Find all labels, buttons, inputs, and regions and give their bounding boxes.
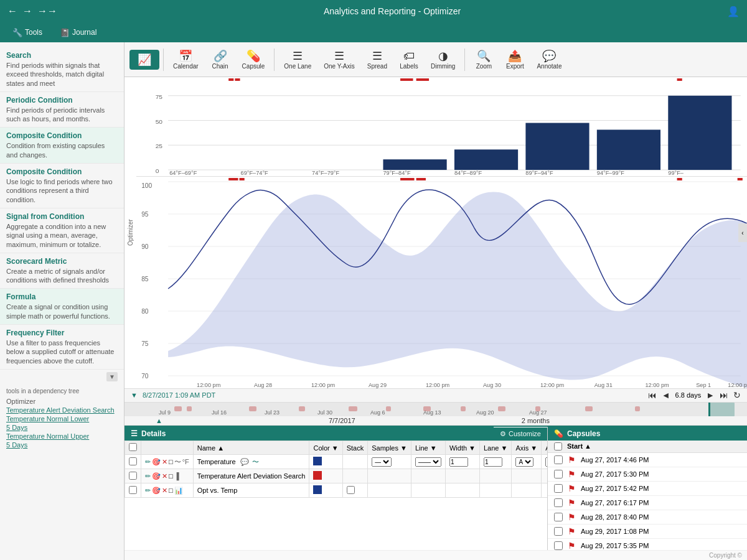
row3-stack[interactable]: [347, 486, 355, 494]
mini-timeline[interactable]: Jul 9 Jul 16 Jul 23 Jul 30 Aug 6 Aug 13 …: [125, 403, 747, 416]
edit-icon[interactable]: ✏: [145, 458, 151, 466]
annotate-button[interactable]: 💬 Annotate: [531, 46, 567, 73]
row1-color[interactable]: [313, 457, 322, 465]
row1-width[interactable]: [449, 457, 468, 467]
capsule-button[interactable]: 💊 Capsule: [237, 46, 271, 73]
sidebar-item-composite2[interactable]: Composite Condition Use logic to find pe…: [0, 164, 124, 208]
sidebar-item-periodic[interactable]: Periodic Condition Find periods of perio…: [0, 92, 124, 128]
col-axis[interactable]: Axis ▼: [512, 441, 542, 455]
nav-first-button[interactable]: ⏮: [648, 390, 657, 400]
forward2-icon[interactable]: →→: [37, 6, 57, 17]
row1-axis[interactable]: A: [515, 457, 533, 467]
nav-refresh-button[interactable]: ↻: [733, 390, 741, 400]
tree-item-5days-1[interactable]: 5 Days: [6, 423, 118, 432]
export-button[interactable]: 📤 Export: [500, 46, 530, 73]
target-icon[interactable]: 🎯: [152, 458, 161, 466]
sidebar-item-composite[interactable]: Composite Condition Condition from exist…: [0, 128, 124, 164]
nav-last-button[interactable]: ⏭: [720, 390, 728, 400]
expand-icon[interactable]: □: [169, 487, 173, 494]
tree-item-5days-2[interactable]: 5 Days: [6, 441, 118, 449]
capsule6-checkbox[interactable]: [554, 527, 563, 536]
select-all-checkbox[interactable]: [129, 443, 137, 451]
histogram[interactable]: 0 25 50 75: [136, 77, 747, 177]
one-y-axis-button[interactable]: ☰ One Y-Axis: [318, 46, 360, 73]
col-line[interactable]: Line ▼: [411, 441, 445, 455]
svg-rect-28: [677, 78, 682, 81]
svg-text:89°F–94°F: 89°F–94°F: [525, 170, 553, 176]
col-lane[interactable]: Lane ▼: [480, 441, 512, 455]
svg-text:Jul 16: Jul 16: [212, 409, 227, 416]
sidebar-item-freq-filter[interactable]: Frequency Filter Use a filter to pass fr…: [0, 325, 124, 370]
row1-checkbox[interactable]: [129, 457, 137, 465]
close-icon[interactable]: ✕: [162, 458, 167, 466]
col-width[interactable]: Width ▼: [445, 441, 479, 455]
one-lane-button[interactable]: ☰ One Lane: [278, 46, 317, 73]
capsules-select-all[interactable]: [554, 442, 562, 450]
tree-item-normal-lower[interactable]: Temperature Normal Lower: [6, 414, 118, 423]
svg-text:Aug 30: Aug 30: [483, 382, 501, 388]
expand-icon[interactable]: □: [169, 472, 173, 480]
optimizer-button[interactable]: 📈: [129, 50, 159, 70]
forward-icon[interactable]: →: [22, 6, 32, 17]
col-align[interactable]: Align ▼: [542, 441, 548, 455]
col-stack[interactable]: Stack: [342, 441, 368, 455]
capsule7-checkbox[interactable]: [554, 541, 563, 550]
chart-area[interactable]: 0 25 50 75: [136, 77, 747, 388]
row3-color[interactable]: [313, 485, 322, 494]
spread-button[interactable]: ☰ Spread: [362, 46, 393, 73]
capsules-header[interactable]: 💊 Capsules: [548, 427, 747, 441]
tree-item-optimizer[interactable]: Optimizer: [6, 397, 118, 406]
tab-tools[interactable]: 🔧 Tools: [5, 26, 50, 40]
start-sort-label[interactable]: Start ▲: [567, 442, 591, 450]
nav-prev-button[interactable]: ◄: [662, 390, 670, 400]
edit-icon[interactable]: ✏: [145, 472, 151, 480]
col-color[interactable]: Color ▼: [309, 441, 342, 455]
calendar-button[interactable]: 📅 Calendar: [167, 46, 204, 73]
col-check[interactable]: [125, 441, 141, 455]
sidebar-item-formula[interactable]: Formula Create a signal or condition usi…: [0, 289, 124, 325]
timeseries-chart[interactable]: 70 75 80 85 90 95 100: [136, 177, 747, 388]
nav-next-button[interactable]: ►: [706, 390, 715, 400]
row1-samples[interactable]: —: [372, 457, 392, 467]
row2-color[interactable]: [313, 471, 322, 480]
capsule2-checkbox[interactable]: [554, 470, 563, 478]
dimming-button[interactable]: ◑ Dimming: [425, 46, 461, 73]
capsule3-checkbox[interactable]: [554, 484, 563, 493]
close-icon[interactable]: ✕: [162, 472, 167, 480]
target-icon[interactable]: 🎯: [152, 487, 161, 495]
svg-rect-72: [635, 406, 640, 411]
chain-button[interactable]: 🔗 Chain: [205, 46, 235, 73]
wave-icon[interactable]: 〜: [252, 458, 259, 465]
tab-journal[interactable]: 📓 Journal: [52, 26, 104, 40]
capsule4-checkbox[interactable]: [554, 498, 563, 507]
sidebar-item-search[interactable]: Search Find periods within signals that …: [0, 47, 124, 92]
edit-icon[interactable]: ✏: [145, 487, 151, 495]
back-icon[interactable]: ←: [7, 6, 17, 17]
row3-checkbox[interactable]: [129, 486, 137, 494]
sidebar-collapse-button[interactable]: ▼: [106, 372, 118, 381]
user-icon[interactable]: 👤: [727, 6, 740, 17]
row1-lane[interactable]: [484, 457, 502, 467]
tree-item-alert-search[interactable]: Temperature Alert Deviation Search: [6, 406, 118, 414]
svg-rect-68: [461, 406, 466, 411]
content-area: 📈 📅 Calendar 🔗 Chain 💊 Capsule ☰ One Lan…: [125, 42, 747, 560]
comment-icon[interactable]: 💬: [240, 458, 249, 465]
svg-text:Aug 29: Aug 29: [369, 382, 387, 388]
details-header[interactable]: ☰ Details: [125, 427, 494, 441]
capsule1-checkbox[interactable]: [554, 455, 563, 464]
chart-collapse-button[interactable]: ‹: [738, 223, 747, 242]
expand-icon[interactable]: □: [169, 458, 173, 465]
row2-checkbox[interactable]: [129, 472, 137, 480]
customize-button[interactable]: ⚙ Customize: [494, 427, 547, 441]
col-samples[interactable]: Samples ▼: [368, 441, 411, 455]
row1-line[interactable]: ——: [415, 457, 441, 467]
close-icon[interactable]: ✕: [162, 487, 167, 495]
sidebar-item-signal-from-condition[interactable]: Signal from Condition Aggregate a condit…: [0, 208, 124, 253]
col-name[interactable]: Name ▲: [193, 441, 309, 455]
zoom-button[interactable]: 🔍 Zoom: [469, 46, 499, 73]
target-icon[interactable]: 🎯: [152, 472, 161, 480]
labels-button[interactable]: 🏷 Labels: [394, 47, 424, 73]
capsule5-checkbox[interactable]: [554, 513, 563, 521]
tree-item-normal-upper[interactable]: Temperature Normal Upper: [6, 432, 118, 441]
sidebar-item-scorecard[interactable]: Scorecard Metric Create a metric of sign…: [0, 253, 124, 289]
